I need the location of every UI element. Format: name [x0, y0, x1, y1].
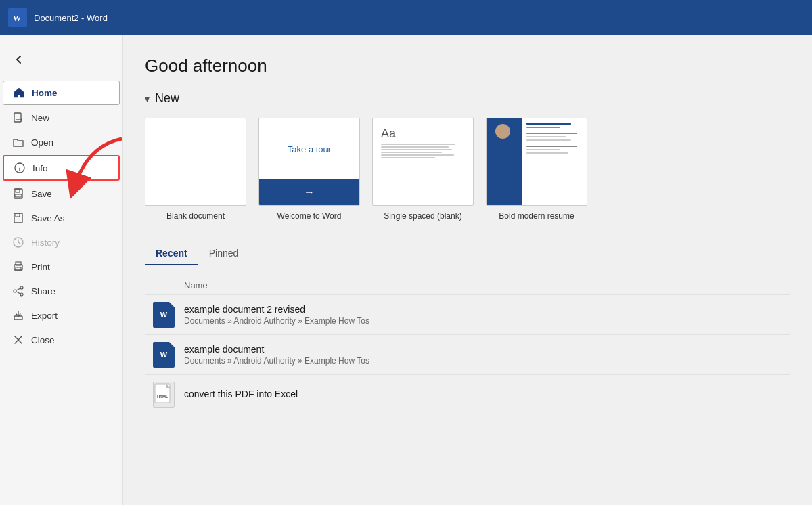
template-blank[interactable]: Blank document — [145, 118, 246, 221]
svg-point-18 — [20, 293, 23, 296]
svg-text:W: W — [13, 14, 21, 23]
file-list-name-header: Name — [184, 280, 208, 290]
sidebar-item-export-label: Export — [31, 311, 58, 321]
file-info: example document 2 revised Documents » A… — [184, 304, 369, 326]
title-bar: W Document2 - Word — [0, 0, 812, 35]
svg-line-19 — [16, 288, 20, 290]
file-info: convert this PDF into Excel — [184, 389, 298, 401]
folder-icon — [12, 136, 24, 148]
app-logo: W — [8, 8, 27, 27]
template-label-blank: Blank document — [166, 211, 225, 221]
sidebar-item-history-label: History — [31, 238, 60, 248]
file-info: example document Documents » Android Aut… — [184, 344, 369, 366]
sidebar-item-export[interactable]: Export — [3, 304, 120, 327]
sidebar-item-history[interactable]: History — [3, 231, 120, 254]
sidebar-item-home-label: Home — [32, 88, 58, 98]
template-label-resume: Bold modern resume — [499, 211, 574, 221]
html-doc-icon: HTML — [154, 383, 173, 406]
greeting-text: Good afternoon — [145, 56, 790, 76]
single-aa-text: Aa — [381, 127, 396, 141]
home-icon — [13, 87, 25, 99]
sidebar-item-save-label: Save — [31, 189, 52, 199]
sidebar-item-save[interactable]: Save — [3, 182, 120, 205]
history-icon — [12, 236, 24, 248]
tab-pinned[interactable]: Pinned — [198, 242, 250, 265]
content-area: Good afternoon ▾ New Blank document Take… — [123, 35, 812, 505]
template-label-welcome: Welcome to Word — [277, 211, 342, 221]
sidebar-item-save-as-label: Save As — [31, 213, 65, 223]
template-thumb-single: Aa — [372, 118, 474, 206]
svg-text:HTML: HTML — [157, 395, 168, 399]
svg-point-16 — [20, 286, 23, 289]
sidebar-item-print-label: Print — [31, 262, 50, 272]
template-welcome[interactable]: Take a tour → Welcome to Word — [258, 118, 360, 221]
sidebar-item-close-label: Close — [31, 335, 55, 345]
tab-recent[interactable]: Recent — [145, 242, 198, 265]
template-thumb-welcome: Take a tour → — [258, 118, 360, 206]
close-icon — [12, 334, 24, 346]
template-single-spaced[interactable]: Aa Single spaced (blank) — [372, 118, 474, 221]
svg-rect-11 — [16, 213, 20, 217]
svg-text:i: i — [19, 165, 21, 172]
new-doc-icon — [12, 112, 24, 124]
sidebar-item-home[interactable]: Home — [3, 81, 120, 105]
svg-rect-2 — [14, 113, 21, 122]
sidebar-item-open[interactable]: Open — [3, 131, 120, 154]
print-icon — [12, 261, 24, 273]
welcome-cta: → — [259, 179, 359, 205]
file-path: Documents » Android Authority » Example … — [184, 356, 369, 366]
template-thumb-blank — [145, 118, 246, 206]
template-thumb-resume — [486, 118, 587, 206]
back-icon — [13, 53, 25, 66]
template-resume[interactable]: Bold modern resume — [486, 118, 587, 221]
sidebar-item-share[interactable]: Share — [3, 280, 120, 303]
title-bar-text: Document2 - Word — [34, 13, 108, 23]
save-as-icon — [12, 212, 24, 224]
sidebar-item-new[interactable]: New — [3, 106, 120, 129]
file-path: Documents » Android Authority » Example … — [184, 316, 369, 326]
file-row[interactable]: HTML convert this PDF into Excel — [145, 374, 790, 414]
html-file-icon: HTML — [153, 382, 175, 408]
file-name: convert this PDF into Excel — [184, 389, 298, 399]
word-file-icon: W — [153, 342, 175, 368]
sidebar-item-share-label: Share — [31, 286, 55, 297]
file-name: example document — [184, 344, 369, 355]
svg-rect-9 — [15, 194, 22, 197]
file-list-header: Name — [145, 276, 790, 294]
sidebar-item-save-as[interactable]: Save As — [3, 206, 120, 229]
info-icon: i — [14, 162, 26, 174]
welcome-tour-text: Take a tour — [259, 118, 359, 179]
new-section-toggle[interactable]: ▾ — [145, 93, 150, 104]
tabs-row: Recent Pinned — [145, 242, 790, 265]
svg-line-20 — [16, 292, 20, 294]
template-label-single: Single spaced (blank) — [384, 211, 461, 221]
sidebar-item-info-label: Info — [32, 163, 48, 173]
file-row[interactable]: W example document 2 revised Documents »… — [145, 294, 790, 334]
export-icon — [12, 309, 24, 322]
new-section-title: New — [155, 91, 179, 106]
new-section-header: ▾ New — [145, 91, 790, 106]
sidebar-item-print[interactable]: Print — [3, 255, 120, 278]
back-button[interactable] — [5, 46, 32, 73]
share-icon — [12, 285, 24, 297]
word-file-icon: W — [153, 302, 175, 328]
templates-grid: Blank document Take a tour → Welcome to … — [145, 118, 790, 221]
single-lines — [381, 144, 455, 158]
sidebar-item-info[interactable]: i Info — [3, 155, 120, 181]
svg-point-17 — [14, 290, 16, 292]
welcome-arrow-icon: → — [304, 186, 315, 198]
sidebar-item-close[interactable]: Close — [3, 328, 120, 351]
save-icon — [12, 188, 24, 200]
sidebar: Home New Open i Info — [0, 35, 123, 505]
sidebar-item-open-label: Open — [31, 137, 53, 148]
file-name: example document 2 revised — [184, 304, 369, 315]
file-row[interactable]: W example document Documents » Android A… — [145, 334, 790, 374]
sidebar-item-new-label: New — [31, 113, 49, 123]
svg-rect-8 — [16, 189, 20, 192]
word-logo-icon: W — [11, 11, 24, 24]
main-layout: Home New Open i Info — [0, 35, 812, 505]
file-list: W example document 2 revised Documents »… — [145, 294, 790, 414]
